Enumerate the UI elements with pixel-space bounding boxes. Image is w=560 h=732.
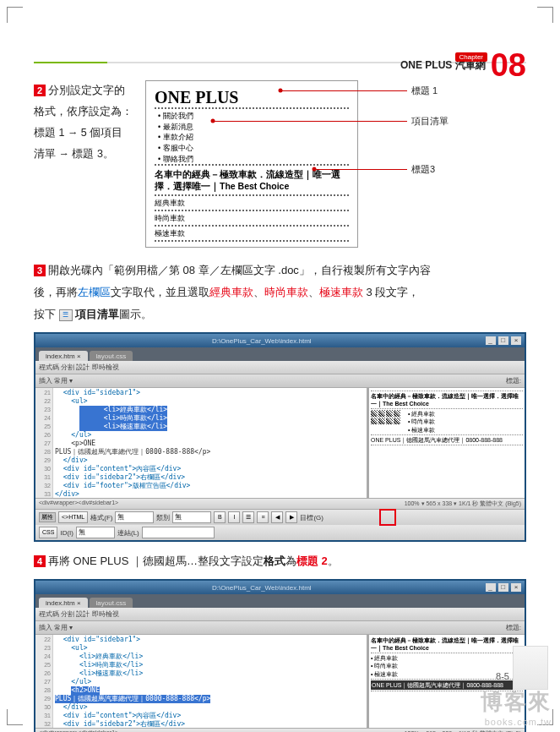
id-label: ID(I) xyxy=(60,529,73,537)
minimize-icon[interactable]: _ xyxy=(486,583,496,592)
status-bar: <div#wrapper><div#sidebar1> 100% ▾ 565 x… xyxy=(35,498,525,509)
link-input[interactable] xyxy=(142,527,215,538)
class-select[interactable]: 無 xyxy=(172,511,211,523)
page-number: 8-5 xyxy=(496,671,509,681)
tag-selector[interactable]: <div#wrapper><div#sidebar1> xyxy=(39,500,118,508)
preview-item: 時尚車款 xyxy=(155,213,349,227)
status-info: 100% ▾ 565 x 338 ▾ 1K/1 秒 繁體中文 (Big5) xyxy=(405,500,521,508)
title-field-label: 標題: xyxy=(506,623,521,632)
design-preview-pane[interactable]: 名車中的經典－極致車款．流線造型｜唯一選擇．選擇唯一｜The Best Choi… xyxy=(369,388,525,498)
properties-panel-row2: CSS ID(I) 無 連結(L) xyxy=(35,525,525,540)
ol-button[interactable]: ≡ xyxy=(257,511,269,523)
step-number-2: 2 xyxy=(34,85,46,96)
css-mode-button[interactable]: CSS xyxy=(39,527,57,538)
format-select[interactable]: 無 xyxy=(115,511,154,523)
window-path: D:\OnePlus_Car_Web\index.html xyxy=(39,337,485,345)
preview-h3: 名車中的經典－極致車款．流線造型｜唯一選擇．選擇唯一｜The Best Choi… xyxy=(155,169,349,196)
preview-menu-list: 關於我們 最新消息 車款介紹 客服中心 聯絡我們 xyxy=(155,111,349,166)
minimize-icon[interactable]: _ xyxy=(486,336,496,345)
crop-mark xyxy=(7,7,23,23)
line-number-gutter: 212223 242526 272829 303132 33 xyxy=(35,388,53,498)
view-toolbar: 程式碼 分割 設計 即時檢視 xyxy=(35,361,525,374)
window-titlebar: D:\OnePlus_Car_Web\index.html _ □ × xyxy=(35,334,525,347)
class-label: 類別 xyxy=(156,513,170,522)
link-label: 連結(L) xyxy=(117,528,139,538)
html-mode-button[interactable]: <>HTML xyxy=(58,511,88,523)
format-label: 格式(F) xyxy=(90,513,112,522)
properties-panel: 屬性 <>HTML 格式(F) 無 類別 無 B I ☰ ≡ ◀ ▶ 目標(G) xyxy=(35,509,525,525)
status-bar: <div#wrapper><div#sidebar1> 100% ▾ 565 x… xyxy=(35,728,525,732)
view-toolbar: 程式碼 分割 設計 即時檢視 xyxy=(35,608,525,621)
layout-preview-box: ONE PLUS 關於我們 最新消息 車款介紹 客服中心 聯絡我們 名車中的經典… xyxy=(145,80,358,248)
code-editor[interactable]: <div id="sidebar1"> <ul> <li>經典車款</li> <… xyxy=(53,635,369,728)
dreamweaver-screenshot-1: D:\OnePlus_Car_Web\index.html _ □ × inde… xyxy=(34,332,526,542)
callout-line xyxy=(314,169,407,170)
tab-index[interactable]: index.htm × xyxy=(39,351,88,361)
crop-mark xyxy=(7,709,23,725)
outdent-button[interactable]: ◀ xyxy=(271,511,283,523)
callout-line xyxy=(280,90,407,91)
window-path: D:\OnePlus_Car_Web\index.html xyxy=(39,584,485,592)
callout-h1: 標題 1 xyxy=(411,85,438,97)
tab-index[interactable]: index.htm × xyxy=(39,598,88,608)
maximize-icon[interactable]: □ xyxy=(498,336,508,345)
insert-toolbar: 插入 常用 ▾ 標題: xyxy=(35,621,525,635)
preview-menu-item: 車款介紹 xyxy=(158,132,349,143)
step4-paragraph: 4再將 ONE PLUS ｜德國超馬…整段文字設定格式為標題 2。 xyxy=(34,550,526,572)
callout-h3: 標題3 xyxy=(411,163,435,176)
step2-text: 2分別設定文字的 格式，依序設定為： 標題 1 → 5 個項目 清單 → 標題 … xyxy=(34,80,135,248)
callout-line xyxy=(213,121,407,122)
chapter-number: 08 xyxy=(491,51,526,79)
line-number-gutter: 222324 252627 282930 3132 xyxy=(35,635,53,728)
insert-toolbar: 插入 常用 ▾ 標題: xyxy=(35,374,525,388)
indent-button[interactable]: ▶ xyxy=(285,511,297,523)
page-header: ONE PLUS 汽車網 08 Chapter xyxy=(34,51,526,63)
watermark: 博客來 books.com.tw xyxy=(481,687,552,727)
preview-item: 極速車款 xyxy=(155,228,349,242)
crop-mark xyxy=(537,7,553,23)
close-icon[interactable]: × xyxy=(511,583,521,592)
step3-paragraph: 3開啟光碟內「範例用檔／第 08 章／左欄區文字 .doc」，自行複製所有文字內… xyxy=(34,259,526,325)
bold-button[interactable]: B xyxy=(214,511,226,523)
preview-menu-item: 聯絡我們 xyxy=(158,154,349,165)
preview-menu-item: 最新消息 xyxy=(158,122,349,133)
properties-collapse[interactable]: 屬性 xyxy=(39,512,56,522)
preview-menu-item: 關於我們 xyxy=(158,111,349,122)
document-tabs: index.htm × layout.css xyxy=(35,594,525,608)
insert-menu[interactable]: 插入 常用 ▾ xyxy=(39,376,73,385)
chapter-badge: Chapter xyxy=(455,52,487,62)
step-number-4: 4 xyxy=(34,555,46,567)
id-select[interactable]: 無 xyxy=(76,527,115,538)
document-tabs: index.htm × layout.css xyxy=(35,347,525,361)
maximize-icon[interactable]: □ xyxy=(498,583,508,592)
code-editor[interactable]: <div id="sidebar1"> <ul> <li>經典車款</li> <… xyxy=(53,388,369,498)
dreamweaver-screenshot-2: D:\OnePlus_Car_Web\index.html _ □ × inde… xyxy=(34,579,526,732)
preview-item: 經典車款 xyxy=(155,198,349,211)
insert-menu[interactable]: 插入 常用 ▾ xyxy=(39,623,73,632)
view-mode-buttons[interactable]: 程式碼 分割 設計 即時檢視 xyxy=(39,609,119,619)
close-icon[interactable]: × xyxy=(511,336,521,345)
italic-button[interactable]: I xyxy=(228,511,240,523)
watermark-brand: 博客來 xyxy=(481,687,552,717)
tab-layout-css[interactable]: layout.css xyxy=(90,351,133,361)
window-titlebar: D:\OnePlus_Car_Web\index.html _ □ × xyxy=(35,581,525,594)
tab-layout-css[interactable]: layout.css xyxy=(90,598,133,608)
preview-menu-item: 客服中心 xyxy=(158,143,349,154)
ul-button[interactable]: ☰ xyxy=(242,511,254,523)
callout-menu: 項目清單 xyxy=(411,115,449,128)
step-number-3: 3 xyxy=(34,265,46,276)
view-mode-buttons[interactable]: 程式碼 分割 設計 即時檢視 xyxy=(39,363,119,372)
watermark-box-icon xyxy=(513,646,548,690)
title-field-label: 標題: xyxy=(506,376,521,385)
watermark-url: books.com.tw xyxy=(481,717,552,727)
bullet-list-icon: ☰ xyxy=(59,309,73,321)
